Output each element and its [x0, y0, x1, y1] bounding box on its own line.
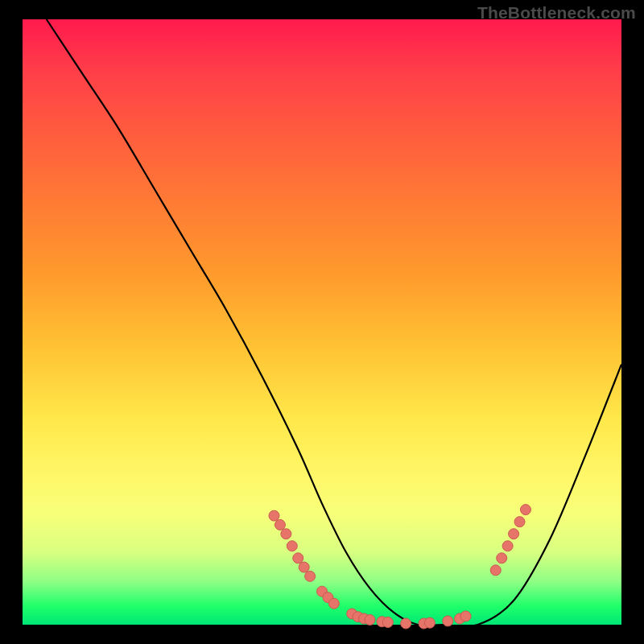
curve-markers: [269, 505, 530, 629]
curve-svg: [23, 19, 621, 625]
curve-marker: [520, 505, 530, 515]
curve-marker: [305, 571, 316, 581]
curve-marker: [293, 553, 303, 564]
curve-marker: [424, 617, 435, 628]
curve-marker: [328, 598, 339, 609]
curve-marker: [509, 529, 519, 539]
curve-marker: [365, 614, 375, 625]
curve-marker: [299, 562, 309, 572]
curve-marker: [514, 517, 525, 527]
curve-marker: [490, 565, 501, 576]
curve-marker: [443, 616, 453, 626]
curve-marker: [287, 541, 297, 551]
curve-marker: [382, 617, 393, 627]
curve-marker: [275, 519, 285, 530]
plot-area: [23, 19, 621, 625]
bottleneck-curve: [47, 19, 621, 626]
curve-marker: [269, 510, 279, 521]
curve-marker: [502, 541, 513, 551]
curve-marker: [497, 553, 507, 564]
chart-frame: TheBottleneck.com: [0, 0, 644, 644]
curve-marker: [281, 529, 291, 539]
curve-marker: [460, 611, 471, 621]
curve-marker: [401, 618, 411, 629]
